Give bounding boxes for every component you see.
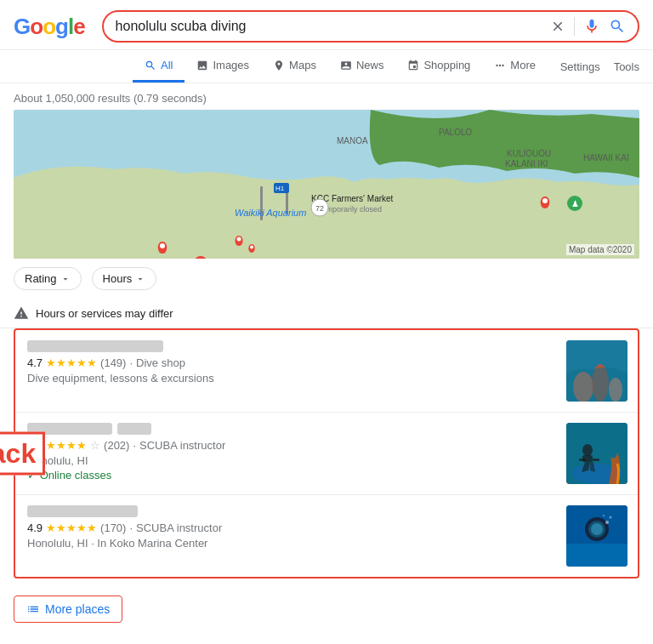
place-name-row-3 (27, 505, 556, 517)
results-info: About 1,050,000 results (0.79 seconds) (0, 83, 653, 110)
svg-point-18 (250, 246, 253, 249)
svg-text:KULIOUOU: KULIOUOU (507, 149, 551, 158)
rating-filter[interactable]: Rating (14, 267, 82, 290)
place-type-label-1: Dive shop (136, 356, 185, 369)
place-type-3: · (129, 521, 133, 534)
svg-text:KALANI IKI: KALANI IKI (505, 159, 548, 168)
place-name-row-2 (27, 423, 556, 435)
place-name-2b (117, 423, 151, 435)
shopping-tab-icon (407, 60, 419, 71)
place-type-label-2: SCUBA instructor (139, 439, 225, 452)
news-tab-icon (340, 60, 352, 71)
stars-3: ★★★★★ (46, 521, 97, 534)
svg-rect-33 (593, 459, 599, 461)
svg-text:Waikiki Aquarium: Waikiki Aquarium (235, 208, 306, 218)
hours-filter[interactable]: Hours (92, 267, 157, 290)
map-image: Waikiki Aquarium KCC Farmers' Market Tem… (14, 110, 639, 259)
microphone-icon (583, 18, 600, 35)
svg-rect-32 (579, 459, 586, 461)
map-tab-icon (273, 60, 285, 71)
more-places-button[interactable]: More places (14, 596, 122, 623)
settings-link[interactable]: Settings (560, 60, 600, 73)
map-credit: Map data ©2020 (566, 244, 634, 255)
place-item-3[interactable]: 4.9 ★★★★★ (170) · SCUBA instructor Honol… (15, 495, 638, 577)
tab-shopping[interactable]: Shopping (395, 50, 482, 83)
svg-text:72: 72 (315, 204, 324, 213)
more-places-row: More places (0, 587, 653, 631)
rating-value-3: 4.9 (27, 521, 43, 534)
tab-all-label: All (161, 59, 173, 71)
settings-tools: Settings Tools (560, 60, 639, 73)
svg-rect-35 (566, 544, 627, 567)
list-icon (26, 602, 40, 616)
place-badge-2: ✓ Online classes (27, 469, 556, 482)
svg-point-38 (591, 523, 603, 535)
hours-filter-label: Hours (103, 272, 133, 285)
svg-point-17 (237, 237, 241, 242)
svg-point-40 (610, 516, 612, 519)
tab-news[interactable]: News (328, 50, 396, 83)
rating-value-1: 4.7 (27, 356, 43, 369)
tab-more-label: More (510, 59, 536, 71)
rating-count-1: (149) (100, 356, 126, 369)
place-name-3 (27, 505, 138, 517)
tab-maps-label: Maps (289, 59, 316, 71)
voice-search-button[interactable] (583, 18, 600, 35)
svg-point-19 (542, 198, 548, 203)
place-thumbnail-2 (566, 423, 627, 484)
tab-news-label: News (356, 59, 384, 71)
svg-point-16 (160, 243, 165, 248)
tab-all[interactable]: All (133, 50, 185, 83)
three-pack-box: 4.7 ★★★★★ (149) · Dive shop Dive equipme… (14, 328, 639, 578)
svg-text:MANOA: MANOA (337, 136, 368, 145)
header: Google (0, 0, 653, 50)
thumb-diver-image (566, 423, 627, 484)
hours-chevron-icon (135, 274, 145, 284)
svg-text:♟: ♟ (571, 199, 579, 208)
place-info-1: 4.7 ★★★★★ (149) · Dive shop Dive equipme… (27, 340, 556, 402)
filter-row: Rating Hours (0, 259, 653, 299)
thumb-coral-image (566, 340, 627, 402)
more-tab-icon (494, 60, 506, 71)
svg-point-39 (605, 521, 609, 524)
place-location-2: Honolulu, HI (27, 454, 556, 467)
rating-count-3: (170) (100, 521, 126, 534)
search-icon (609, 18, 626, 35)
place-item-2[interactable]: 4.0 ★★★★☆ (202) · SCUBA instructor Honol… (15, 413, 638, 495)
search-bar[interactable] (102, 10, 639, 43)
place-thumbnail-3 (566, 505, 627, 567)
clear-search-button[interactable] (550, 19, 565, 34)
tab-shopping-label: Shopping (423, 59, 470, 71)
svg-text:PALOLO: PALOLO (439, 128, 472, 137)
three-pack-label: 3-Pack (0, 432, 45, 476)
svg-text:HAWAII KAI: HAWAII KAI (583, 153, 629, 162)
svg-text:H1: H1 (275, 185, 285, 192)
search-input[interactable] (116, 19, 543, 34)
stars-2: ★★★★ (46, 439, 87, 452)
search-tab-icon (145, 60, 156, 71)
close-icon (550, 19, 565, 34)
place-item-1[interactable]: 4.7 ★★★★★ (149) · Dive shop Dive equipme… (15, 330, 638, 413)
rating-chevron-icon (60, 274, 71, 284)
tools-link[interactable]: Tools (614, 60, 639, 73)
tab-images-label: Images (213, 59, 249, 71)
place-location-3: Honolulu, HI · In Koko Marina Center (27, 537, 556, 550)
tab-more[interactable]: More (482, 50, 548, 83)
search-button[interactable] (609, 18, 626, 35)
rating-count-2: (202) (104, 439, 129, 452)
rating-filter-label: Rating (25, 272, 57, 285)
tab-images[interactable]: Images (185, 50, 261, 83)
tab-maps[interactable]: Maps (261, 50, 328, 83)
more-places-label: More places (45, 602, 110, 616)
google-logo: Google (14, 14, 85, 40)
nav-tabs: All Images Maps News Shopping More Setti… (0, 50, 653, 83)
map-section[interactable]: Waikiki Aquarium KCC Farmers' Market Tem… (14, 110, 639, 259)
stars-2-empty: ☆ (90, 439, 100, 452)
place-rating-row-2: 4.0 ★★★★☆ (202) · SCUBA instructor (27, 439, 556, 452)
place-rating-row-1: 4.7 ★★★★★ (149) · Dive shop (27, 356, 556, 369)
place-rating-row-3: 4.9 ★★★★★ (170) · SCUBA instructor (27, 521, 556, 534)
svg-point-30 (582, 444, 593, 456)
place-type-1: · (129, 356, 133, 369)
svg-point-41 (603, 515, 605, 516)
stars-1: ★★★★★ (46, 356, 97, 369)
